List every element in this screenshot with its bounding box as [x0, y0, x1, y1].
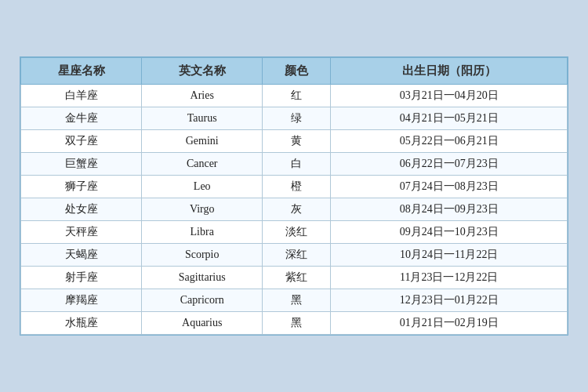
cell-date: 07月24日一08月23日 — [331, 176, 568, 198]
cell-chinese: 处女座 — [21, 198, 142, 221]
cell-chinese: 天秤座 — [21, 221, 142, 244]
cell-date: 03月21日一04月20日 — [331, 85, 568, 107]
table-row: 射手座Sagittarius紫红11月23日一12月22日 — [21, 267, 568, 289]
cell-date: 11月23日一12月22日 — [331, 267, 568, 289]
header-date: 出生日期（阳历） — [331, 58, 568, 85]
cell-color: 灰 — [263, 198, 331, 221]
cell-english: Taurus — [142, 107, 263, 130]
cell-english: Gemini — [142, 130, 263, 153]
cell-color: 黑 — [263, 289, 331, 312]
table-row: 处女座Virgo灰08月24日一09月23日 — [21, 198, 568, 221]
cell-color: 绿 — [263, 107, 331, 130]
cell-color: 紫红 — [263, 267, 331, 289]
cell-chinese: 射手座 — [21, 267, 142, 289]
cell-date: 10月24日一11月22日 — [331, 244, 568, 267]
zodiac-table: 星座名称 英文名称 颜色 出生日期（阳历） 白羊座Aries红03月21日一04… — [20, 56, 568, 336]
header-chinese: 星座名称 — [21, 58, 142, 85]
cell-color: 橙 — [263, 176, 331, 198]
cell-chinese: 摩羯座 — [21, 289, 142, 312]
cell-date: 05月22日一06月21日 — [331, 130, 568, 153]
header-english: 英文名称 — [142, 58, 263, 85]
cell-english: Virgo — [142, 198, 263, 221]
cell-color: 黑 — [263, 312, 331, 335]
cell-date: 08月24日一09月23日 — [331, 198, 568, 221]
cell-chinese: 狮子座 — [21, 176, 142, 198]
cell-english: Capricorn — [142, 289, 263, 312]
cell-english: Libra — [142, 221, 263, 244]
table-row: 天蝎座Scorpio深红10月24日一11月22日 — [21, 244, 568, 267]
cell-date: 01月21日一02月19日 — [331, 312, 568, 335]
cell-chinese: 天蝎座 — [21, 244, 142, 267]
cell-color: 白 — [263, 153, 331, 176]
cell-color: 红 — [263, 85, 331, 107]
table-header-row: 星座名称 英文名称 颜色 出生日期（阳历） — [21, 58, 568, 85]
table-row: 狮子座Leo橙07月24日一08月23日 — [21, 176, 568, 198]
cell-english: Aries — [142, 85, 263, 107]
cell-english: Aquarius — [142, 312, 263, 335]
cell-color: 深红 — [263, 244, 331, 267]
cell-date: 09月24日一10月23日 — [331, 221, 568, 244]
cell-english: Leo — [142, 176, 263, 198]
table-row: 天秤座Libra淡红09月24日一10月23日 — [21, 221, 568, 244]
cell-date: 12月23日一01月22日 — [331, 289, 568, 312]
cell-english: Sagittarius — [142, 267, 263, 289]
cell-chinese: 水瓶座 — [21, 312, 142, 335]
table-row: 巨蟹座Cancer白06月22日一07月23日 — [21, 153, 568, 176]
cell-color: 淡红 — [263, 221, 331, 244]
cell-date: 06月22日一07月23日 — [331, 153, 568, 176]
table-row: 双子座Gemini黄05月22日一06月21日 — [21, 130, 568, 153]
cell-date: 04月21日一05月21日 — [331, 107, 568, 130]
table-row: 白羊座Aries红03月21日一04月20日 — [21, 85, 568, 107]
cell-chinese: 巨蟹座 — [21, 153, 142, 176]
header-color: 颜色 — [263, 58, 331, 85]
table-row: 金牛座Taurus绿04月21日一05月21日 — [21, 107, 568, 130]
cell-chinese: 白羊座 — [21, 85, 142, 107]
table-row: 摩羯座Capricorn黑12月23日一01月22日 — [21, 289, 568, 312]
cell-chinese: 金牛座 — [21, 107, 142, 130]
table-row: 水瓶座Aquarius黑01月21日一02月19日 — [21, 312, 568, 335]
cell-english: Cancer — [142, 153, 263, 176]
cell-english: Scorpio — [142, 244, 263, 267]
cell-chinese: 双子座 — [21, 130, 142, 153]
cell-color: 黄 — [263, 130, 331, 153]
